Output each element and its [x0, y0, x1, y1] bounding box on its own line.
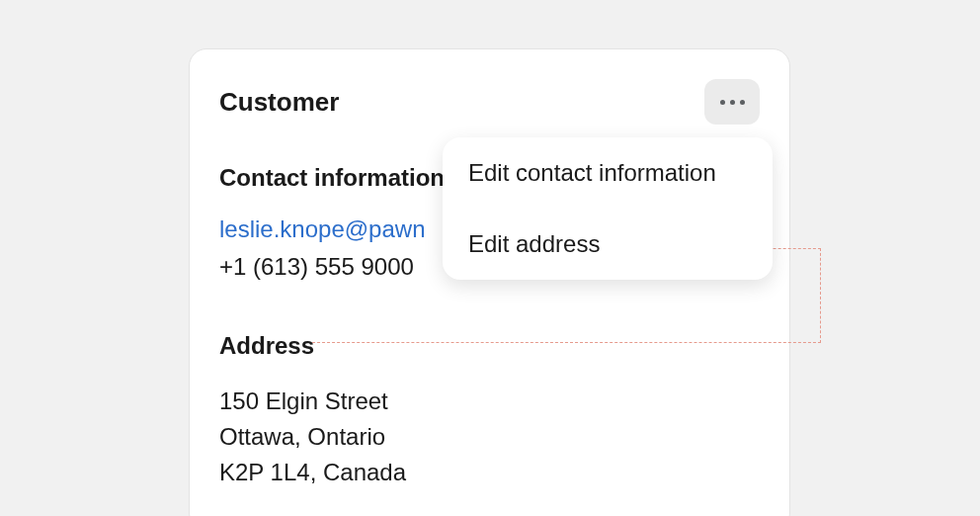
address-line-1: 150 Elgin Street [219, 384, 760, 419]
customer-card: Customer Contact information leslie.knop… [189, 48, 790, 516]
address-line-2: Ottawa, Ontario [219, 419, 760, 455]
address-heading: Address [219, 332, 760, 360]
edit-contact-action[interactable]: Edit contact information [443, 137, 773, 209]
more-icon [720, 100, 725, 105]
more-icon [740, 100, 745, 105]
actions-popover: Edit contact information Edit address [443, 137, 773, 280]
address-line-3: K2P 1L4, Canada [219, 455, 760, 490]
more-icon [730, 100, 735, 105]
card-title: Customer [219, 87, 339, 118]
edit-address-action[interactable]: Edit address [443, 209, 773, 280]
card-header: Customer [219, 79, 760, 125]
more-actions-button[interactable] [704, 79, 760, 125]
